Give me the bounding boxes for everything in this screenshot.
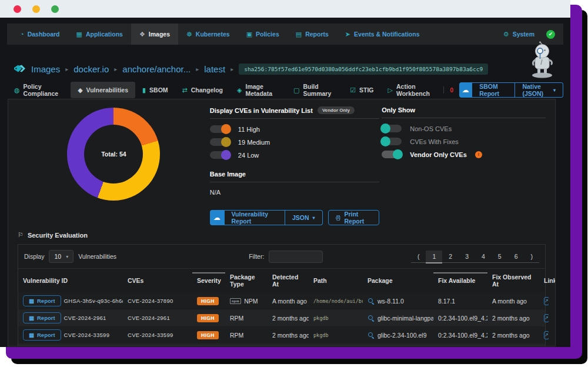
check-square-icon: ☑ [350,86,356,94]
nav-item-dashboard[interactable]: ◔ Dashboard [12,24,68,45]
toggle-medium[interactable]: 19 Medium [210,138,379,146]
tags-icon: ❖ [139,31,145,38]
detected-at: 2 months ago [268,315,309,322]
donut-chart[interactable]: Total: 54 [67,108,160,201]
breadcrumb-separator: ▸ [196,66,199,72]
severity-badge: HIGH [197,331,219,339]
minimize-window-button[interactable] [32,5,40,13]
pagination-page-2[interactable]: 2 [442,251,459,262]
breadcrumb-images[interactable]: Images [31,64,60,74]
nav-item-kubernetes[interactable]: ☸ Kubernetes [178,24,238,45]
breadcrumb-repository[interactable]: anchore/anchor... [122,64,191,74]
box-icon: ▮ [142,86,146,94]
nav-item-system[interactable]: ⚙ System [501,31,537,38]
cve-id: CVE-2024-33599 [123,332,192,338]
overview-section: Total: 54 Display CVEs in Vulnerability … [8,99,555,225]
tab-label: STIG [359,86,374,94]
col-vulnerability-id[interactable]: Vulnerability ID [18,272,123,289]
package-type: RPM [225,315,268,322]
tab-changelog[interactable]: ⇄ Changelog [175,82,230,98]
pagination-next[interactable]: ) [524,251,540,262]
report-button[interactable]: ▦ Report [23,312,61,323]
flag-icon: ⚐ [18,231,24,239]
pagination-page-6[interactable]: 6 [508,251,524,262]
nav-item-applications[interactable]: ▦ Applications [68,24,131,45]
close-window-button[interactable] [14,5,21,13]
toggle-vendor-only-cves[interactable]: Vendor Only CVEs i [382,151,546,158]
package-name[interactable]: glibc-minimal-langpack [377,315,433,322]
format-label: JSON [292,214,309,221]
nav-label: System [513,31,534,38]
filter-input[interactable] [269,251,323,263]
image-tabbar: ◍ Policy Compliance ◆ Vulnerabilities ▮ … [7,82,563,98]
image-digest[interactable]: sha256:785f57ed61e9570d0380a056ddfc23eb1… [239,64,488,75]
pagination-page-1[interactable]: 1 [426,251,442,263]
external-link-icon[interactable]: ↗ [544,331,549,339]
tab-image-metadata[interactable]: ◈ Image Metadata [230,82,286,98]
search-icon[interactable] [368,315,375,322]
report-button[interactable]: ▦ Report [23,329,61,341]
pagination: ( 1 2 3 4 5 6 ) [411,251,539,263]
toggle-non-os-cves[interactable]: Non-OS CVEs [382,125,546,132]
col-path[interactable]: Path [309,272,363,289]
download-icon[interactable]: ☁ [210,210,224,225]
toggle-cves-with-fixes[interactable]: CVEs With Fixes [382,138,546,145]
tab-sbom[interactable]: ▮ SBOM [135,82,175,98]
table-icon: ▦ [29,298,34,304]
health-status-icon[interactable]: ✔ [546,30,555,39]
nav-item-images[interactable]: ❖ Images [131,24,178,45]
toggle-high[interactable]: 11 High [210,125,379,133]
vulnerability-report-button[interactable]: Vulnerability Report [224,210,285,225]
maximize-window-button[interactable] [51,5,59,13]
pagination-prev[interactable]: ( [411,251,426,262]
report-button[interactable]: ▦ Report [23,295,61,306]
kubernetes-icon: ☸ [186,31,192,38]
report-actions: ☁ SBOM Report Native (JSON) ▾ [459,82,563,98]
workbench-count-badge: 0 [443,86,459,94]
tab-label: Build Summary [303,83,336,97]
pagination-page-5[interactable]: 5 [492,251,508,262]
external-link-icon[interactable]: ↗ [544,314,549,322]
package-name[interactable]: ws-8.11.0 [377,298,404,305]
nav-item-events-notifications[interactable]: ➤ Events & Notifications [337,24,428,45]
info-icon[interactable]: i [475,151,482,158]
print-report-button[interactable]: Print Report [328,210,379,225]
medium-toggle-knob [221,137,231,147]
package-type: RPM [225,332,268,339]
pagination-page-3[interactable]: 3 [459,251,475,262]
col-package[interactable]: Package [363,272,433,289]
tab-vulnerabilities[interactable]: ◆ Vulnerabilities [71,82,135,98]
sbom-format-dropdown[interactable]: Native (JSON) ▾ [515,82,563,98]
cves-with-fixes-label: CVEs With Fixes [410,138,459,145]
tab-policy-compliance[interactable]: ◍ Policy Compliance [7,82,71,98]
col-fix-observed-at[interactable]: Fix Observed At [487,269,539,292]
report-format-dropdown[interactable]: JSON ▾ [285,210,323,225]
tab-stig[interactable]: ☑ STIG [343,82,380,98]
breadcrumb-tag[interactable]: latest [204,64,225,74]
sbom-report-button[interactable]: SBOM Report [472,82,515,98]
package-name[interactable]: glibc-2.34-100.el9 [377,332,426,339]
globe-icon: ◍ [14,86,20,94]
col-detected-at[interactable]: Detected At [268,269,309,292]
search-icon[interactable] [368,298,375,305]
page-size-select[interactable]: 10 ▾ [49,250,74,263]
nav-item-reports[interactable]: ▤ Reports [288,24,337,45]
col-package-type[interactable]: Package Type [225,269,268,292]
only-show-column: Only Show Non-OS CVEs CVEs With Fixes Ve… [382,104,546,225]
col-link[interactable]: Link [539,272,556,289]
tab-build-summary[interactable]: ▢ Build Summary [286,82,343,98]
external-link-icon[interactable]: ↗ [544,297,549,305]
package-type: NPM [244,298,258,305]
breadcrumb-registry[interactable]: docker.io [74,64,109,74]
col-fix-available[interactable]: Fix Available [433,272,487,289]
download-icon[interactable]: ☁ [459,82,472,98]
nav-item-policies[interactable]: ▣ Policies [238,24,288,45]
toggle-low[interactable]: 24 Low [210,151,379,159]
pagination-page-4[interactable]: 4 [475,251,492,262]
tab-action-workbench[interactable]: ▷ Action Workbench [381,82,444,98]
col-severity[interactable]: Severity [192,272,225,289]
severity-badge: HIGH [197,297,219,305]
tab-label: Action Workbench [396,83,436,97]
search-icon[interactable] [368,332,375,339]
col-cves[interactable]: CVEs [123,272,192,289]
